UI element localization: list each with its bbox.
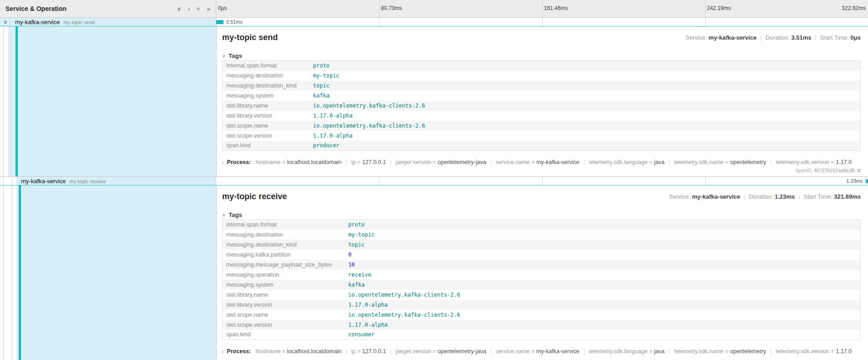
span-detail-card: my-topic receive Service: my-kafka-servi…: [216, 185, 868, 360]
tag-value: 1.17.0-alpha: [344, 300, 860, 310]
process-label: Process:: [227, 159, 251, 165]
tag-value: receive: [344, 270, 860, 280]
span-timeline-cell[interactable]: 1.23ms: [216, 177, 868, 185]
meta-value: my-kafka-service: [708, 34, 757, 41]
span-name-cell[interactable]: my-kafka-servicemy-topic receive: [0, 177, 216, 185]
tag-row: messaging.systemkafka: [223, 91, 861, 101]
tag-row: otel.library.version1.17.0-alpha: [223, 300, 861, 310]
process-value: my-kafka-service: [536, 159, 579, 165]
timeline-gridline: [705, 18, 706, 26]
tag-row: span.kindproducer: [223, 141, 861, 151]
span-detail-highlight: [8, 26, 216, 176]
process-equals: =: [431, 159, 437, 165]
process-value: opentelemetry-java: [438, 159, 486, 165]
tag-value: proto: [344, 220, 860, 230]
span-id-row: SpanID: 407276152aafdc36⧉: [222, 168, 861, 174]
span-detail-header: my-topic receive Service: my-kafka-servi…: [222, 191, 861, 202]
process-key: telemetry.sdk.name: [674, 348, 723, 355]
tree-indent-guide: [3, 185, 4, 360]
tag-row: otel.library.nameio.opentelemetry.kafka-…: [223, 101, 861, 111]
tags-accordion-label: Tags: [229, 211, 242, 218]
process-equals: =: [356, 159, 362, 165]
process-key: ip: [351, 159, 356, 165]
process-separator: |: [583, 159, 585, 165]
process-separator: |: [490, 348, 492, 355]
timeline-gridline: [705, 177, 706, 185]
service-operation-title: Service & Operation: [5, 5, 67, 12]
process-key: service.name: [496, 348, 530, 355]
timeline-tick-label: 242.19ms: [707, 5, 731, 11]
span-duration-label: 1.23ms: [847, 178, 863, 184]
span-detail-meta: Service: my-kafka-service|Duration: 1.23…: [669, 191, 861, 200]
process-equals: =: [723, 348, 730, 355]
tag-value: producer: [309, 141, 860, 151]
process-accordion-header[interactable]: › Process: hostname = localhost.localdom…: [222, 158, 861, 166]
span-duration-bar[interactable]: [866, 179, 868, 183]
meta-value: 1.23ms: [774, 193, 795, 200]
meta-separator: |: [744, 193, 745, 200]
meta-value: 321.69ms: [834, 193, 861, 200]
tag-value: consumer: [344, 330, 860, 340]
span-name: my-kafka-servicemy-topic receive: [21, 177, 106, 185]
span-operation-name: my-topic send: [63, 20, 94, 25]
process-separator: |: [390, 159, 391, 165]
double-chevron-right-icon[interactable]: »: [207, 6, 210, 12]
span-timeline-cell[interactable]: 3.51ms: [216, 18, 868, 26]
process-accordion-header[interactable]: › Process: hostname = localhost.localdom…: [222, 347, 861, 355]
tag-value: io.opentelemetry.kafka-clients-2.6: [344, 310, 860, 320]
span-detail-indent: [0, 185, 216, 360]
tag-value: kafka: [344, 280, 860, 290]
process-label: Process:: [227, 348, 251, 355]
tag-value: topic: [344, 240, 860, 250]
tag-key: otel.library.version: [223, 300, 345, 310]
chevron-down-icon[interactable]: ∨: [177, 6, 182, 12]
chevron-right-icon: ›: [222, 349, 223, 354]
tag-key: messaging.destination: [223, 230, 345, 240]
process-separator: |: [669, 159, 670, 165]
double-chevron-down-icon[interactable]: »: [196, 7, 202, 10]
chevron-right-icon[interactable]: ›: [188, 6, 190, 12]
process-key: telemetry.sdk.name: [674, 159, 723, 165]
span-detail-highlight: [16, 185, 216, 360]
copy-span-id-icon[interactable]: ⧉: [857, 168, 861, 173]
timeline-gridline: [379, 177, 379, 185]
meta-label: Duration:: [749, 193, 774, 200]
process-value: localhost.localdomain: [287, 348, 342, 355]
tag-row: messaging.message_payload_size_bytes10: [223, 260, 861, 270]
tag-key: span.kind: [223, 330, 345, 340]
tag-row: internal.span.formatproto: [223, 61, 861, 71]
span-detail-row: my-topic receive Service: my-kafka-servi…: [0, 185, 868, 360]
tags-accordion-header[interactable]: ∨ Tags: [222, 51, 861, 60]
process-separator: |: [770, 348, 772, 355]
span-name-cell[interactable]: ∨ my-kafka-servicemy-topic send: [0, 18, 216, 26]
timeline-ruler: 0μs80.73ms161.46ms242.19ms322.92ms: [216, 0, 868, 17]
process-equals: =: [356, 348, 362, 355]
process-separator: |: [390, 348, 391, 355]
tag-value: 1.17.0-alpha: [309, 111, 860, 121]
tag-key: otel.scope.name: [223, 310, 345, 320]
span-duration-bar[interactable]: [216, 20, 223, 24]
timeline-collapse-controls: ∨›»»: [177, 6, 210, 12]
process-value: my-kafka-service: [536, 348, 579, 355]
tree-indent-guide: [3, 177, 4, 185]
process-equals: =: [431, 348, 437, 355]
meta-separator: |: [760, 34, 762, 41]
timeline-gridline: [705, 0, 706, 17]
tag-row: messaging.kafka.partition0: [223, 250, 861, 260]
tag-row: span.kindconsumer: [223, 330, 861, 340]
tag-key: messaging.destination_kind: [223, 81, 310, 91]
tag-value: io.opentelemetry.kafka-clients-2.6: [344, 290, 860, 300]
tag-row: otel.scope.version1.17.0-alpha: [223, 131, 861, 141]
tag-value: my-topic: [344, 230, 860, 240]
process-summary: hostname = localhost.localdomain|ip = 12…: [255, 159, 852, 165]
tag-row: otel.scope.nameio.opentelemetry.kafka-cl…: [223, 121, 861, 131]
chevron-down-icon[interactable]: ∨: [4, 19, 7, 25]
tree-indent-guide: [3, 26, 4, 176]
process-equals: =: [829, 348, 836, 355]
tags-accordion-header[interactable]: ∨ Tags: [222, 210, 861, 219]
process-key: telemetry.sdk.language: [589, 159, 647, 165]
tag-value: 1.17.0-alpha: [309, 131, 860, 141]
span-detail-indent: [0, 26, 216, 176]
meta-value: 3.51ms: [791, 34, 811, 41]
process-separator: |: [346, 348, 347, 355]
